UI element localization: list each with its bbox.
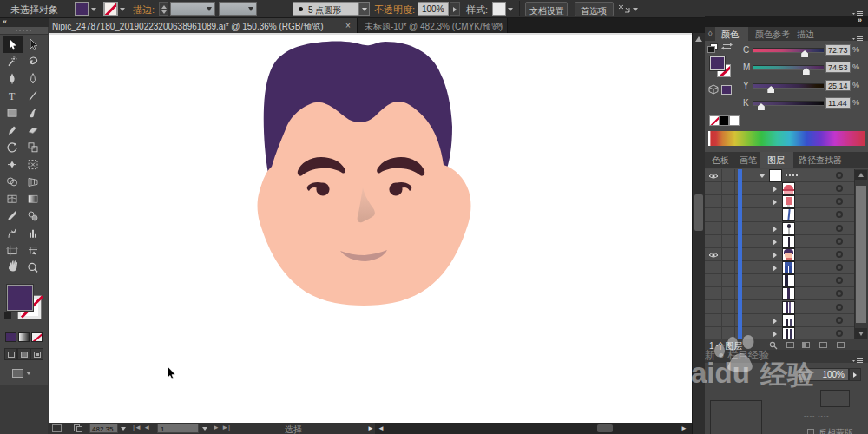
- svg-text:T: T: [9, 90, 16, 102]
